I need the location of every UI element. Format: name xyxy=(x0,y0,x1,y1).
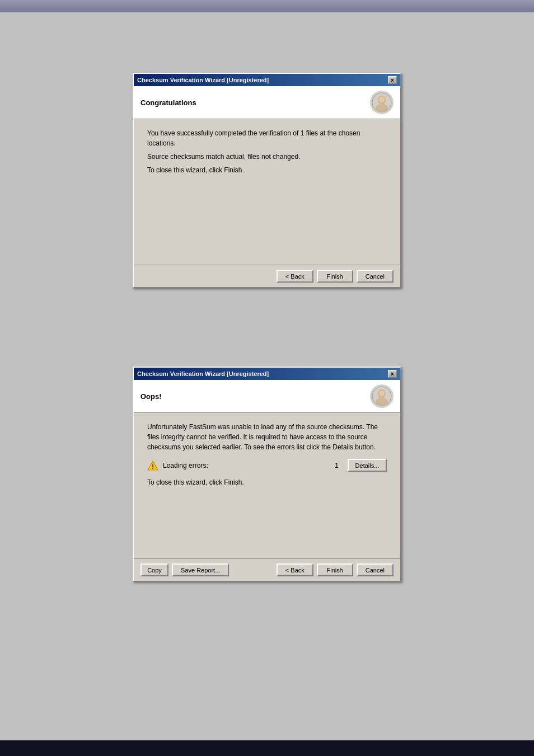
loading-errors-label: Loading errors: xyxy=(163,462,330,469)
dialog1-footer-right: < Back Finish Cancel xyxy=(277,270,394,283)
dialog2-back-button[interactable]: < Back xyxy=(277,564,313,576)
warning-icon: ! xyxy=(147,460,158,471)
dialog2-title: Checksum Verification Wizard [Unregister… xyxy=(137,370,269,377)
dialog2-titlebar: Checksum Verification Wizard [Unregister… xyxy=(134,368,400,380)
dialog2-header-title: Oops! xyxy=(140,392,162,401)
dialog2-footer-left: Copy Save Report... xyxy=(140,564,273,576)
dialog1-header-title: Congratulations xyxy=(140,98,196,107)
dialog1-message-2: Source checksums match actual, files not… xyxy=(147,152,387,162)
svg-point-7 xyxy=(379,391,385,396)
dialog1-close-button[interactable]: × xyxy=(388,76,397,84)
top-bar xyxy=(0,0,534,12)
dialog1-message-1: You have successfully completed the veri… xyxy=(147,128,387,148)
dialog1-back-button[interactable]: < Back xyxy=(277,270,313,283)
dialog1-cancel-button[interactable]: Cancel xyxy=(357,270,394,283)
dialog2-body: Unfortunately FastSum was unable to load… xyxy=(134,413,400,558)
dialog2-footer: Copy Save Report... < Back Finish Cancel xyxy=(134,558,400,581)
svg-point-3 xyxy=(379,97,385,102)
dialog2-footer-right: < Back Finish Cancel xyxy=(277,564,394,576)
svg-text:!: ! xyxy=(152,463,154,470)
dialog2-description: Unfortunately FastSum was unable to load… xyxy=(147,422,387,452)
dialog2-finish-button[interactable]: Finish xyxy=(317,564,353,576)
dialog2-close-button[interactable]: × xyxy=(388,370,397,378)
loading-errors-count: 1 xyxy=(335,462,339,469)
dialog1-header: Congratulations xyxy=(134,86,400,119)
dialog2-error-row: ! Loading errors: 1 Details... xyxy=(147,459,387,472)
wizard-icon-2 xyxy=(370,384,394,408)
dialog2-header: Oops! xyxy=(134,380,400,413)
dialog1-title: Checksum Verification Wizard [Unregister… xyxy=(137,77,269,83)
dialog1-footer: < Back Finish Cancel xyxy=(134,265,400,287)
dialog2: Checksum Verification Wizard [Unregister… xyxy=(133,367,401,582)
dialog1-message-3: To close this wizard, click Finish. xyxy=(147,165,387,175)
dialog1-finish-button[interactable]: Finish xyxy=(317,270,353,283)
dialog2-save-report-button[interactable]: Save Report... xyxy=(172,564,229,576)
dialog1-titlebar: Checksum Verification Wizard [Unregister… xyxy=(134,74,400,86)
details-button[interactable]: Details... xyxy=(348,459,387,472)
dialog1-body: You have successfully completed the veri… xyxy=(134,119,400,265)
wizard-icon-1 xyxy=(370,91,394,114)
dialog2-close-message: To close this wizard, click Finish. xyxy=(147,477,387,487)
dialog1: Checksum Verification Wizard [Unregister… xyxy=(133,73,401,288)
bottom-bar xyxy=(0,740,534,756)
dialog2-copy-button[interactable]: Copy xyxy=(140,564,168,576)
dialog2-cancel-button[interactable]: Cancel xyxy=(357,564,394,576)
